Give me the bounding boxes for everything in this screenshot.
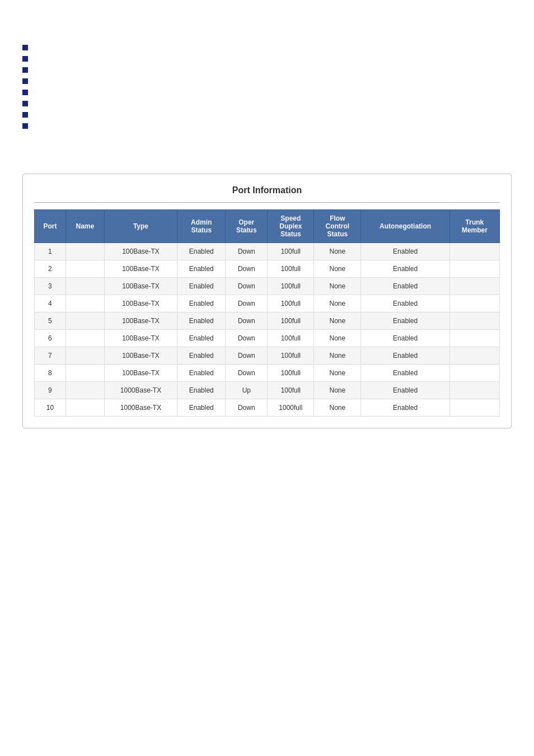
cell-speed_duplex_status: 100full bbox=[268, 295, 314, 312]
cell-type: 100Base-TX bbox=[104, 365, 177, 382]
cell-type: 100Base-TX bbox=[104, 347, 177, 365]
cell-oper_status: Down bbox=[226, 330, 268, 347]
list-item bbox=[22, 112, 512, 118]
cell-admin_status: Enabled bbox=[177, 330, 226, 347]
cell-trunk_member bbox=[449, 382, 499, 399]
list-item bbox=[22, 45, 512, 50]
cell-port: 9 bbox=[35, 382, 66, 399]
cell-autonegotiation: Enabled bbox=[361, 243, 449, 260]
column-header-oper-status: OperStatus bbox=[226, 210, 268, 243]
bullet-square-icon bbox=[22, 56, 28, 62]
cell-oper_status: Down bbox=[226, 295, 268, 312]
column-header-name: Name bbox=[65, 210, 104, 243]
list-item bbox=[22, 123, 512, 129]
cell-flow_control_status: None bbox=[314, 382, 361, 399]
list-item bbox=[22, 67, 512, 73]
column-header-admin-status: AdminStatus bbox=[177, 210, 226, 243]
table-row: 6100Base-TXEnabledDown100fullNoneEnabled bbox=[35, 330, 500, 347]
cell-type: 1000Base-TX bbox=[104, 382, 177, 399]
cell-speed_duplex_status: 100full bbox=[268, 312, 314, 330]
list-item bbox=[22, 90, 512, 95]
table-row: 8100Base-TXEnabledDown100fullNoneEnabled bbox=[35, 365, 500, 382]
table-header-row: Port Name Type AdminStatus OperStatus Sp… bbox=[35, 210, 500, 243]
cell-speed_duplex_status: 100full bbox=[268, 243, 314, 260]
cell-port: 4 bbox=[35, 295, 66, 312]
cell-flow_control_status: None bbox=[314, 347, 361, 365]
list-item bbox=[22, 78, 512, 84]
cell-flow_control_status: None bbox=[314, 330, 361, 347]
cell-admin_status: Enabled bbox=[177, 382, 226, 399]
list-item bbox=[22, 101, 512, 106]
list-item bbox=[22, 56, 512, 62]
cell-trunk_member bbox=[449, 330, 499, 347]
page-container: Port Information Port Name Type AdminSta… bbox=[0, 0, 534, 451]
title-divider bbox=[34, 202, 500, 203]
cell-speed_duplex_status: 100full bbox=[268, 330, 314, 347]
cell-name bbox=[65, 365, 104, 382]
bullet-square-icon bbox=[22, 78, 28, 84]
cell-speed_duplex_status: 1000full bbox=[268, 399, 314, 417]
cell-type: 100Base-TX bbox=[104, 278, 177, 295]
cell-flow_control_status: None bbox=[314, 365, 361, 382]
bullet-square-icon bbox=[22, 90, 28, 95]
cell-autonegotiation: Enabled bbox=[361, 399, 449, 417]
table-row: 4100Base-TXEnabledDown100fullNoneEnabled bbox=[35, 295, 500, 312]
table-row: 101000Base-TXEnabledDown1000fullNoneEnab… bbox=[35, 399, 500, 417]
cell-name bbox=[65, 382, 104, 399]
column-header-port: Port bbox=[35, 210, 66, 243]
cell-type: 100Base-TX bbox=[104, 295, 177, 312]
cell-autonegotiation: Enabled bbox=[361, 330, 449, 347]
cell-trunk_member bbox=[449, 312, 499, 330]
cell-admin_status: Enabled bbox=[177, 278, 226, 295]
column-header-speed-duplex: SpeedDuplexStatus bbox=[268, 210, 314, 243]
cell-autonegotiation: Enabled bbox=[361, 278, 449, 295]
cell-flow_control_status: None bbox=[314, 278, 361, 295]
column-header-flow-control: FlowControlStatus bbox=[314, 210, 361, 243]
table-row: 3100Base-TXEnabledDown100fullNoneEnabled bbox=[35, 278, 500, 295]
cell-autonegotiation: Enabled bbox=[361, 260, 449, 278]
cell-admin_status: Enabled bbox=[177, 260, 226, 278]
cell-oper_status: Down bbox=[226, 399, 268, 417]
cell-port: 7 bbox=[35, 347, 66, 365]
cell-speed_duplex_status: 100full bbox=[268, 365, 314, 382]
cell-speed_duplex_status: 100full bbox=[268, 347, 314, 365]
table-row: 2100Base-TXEnabledDown100fullNoneEnabled bbox=[35, 260, 500, 278]
cell-autonegotiation: Enabled bbox=[361, 365, 449, 382]
port-table: Port Name Type AdminStatus OperStatus Sp… bbox=[34, 209, 500, 417]
cell-admin_status: Enabled bbox=[177, 399, 226, 417]
cell-port: 6 bbox=[35, 330, 66, 347]
cell-autonegotiation: Enabled bbox=[361, 347, 449, 365]
bullet-square-icon bbox=[22, 101, 28, 106]
cell-speed_duplex_status: 100full bbox=[268, 382, 314, 399]
cell-flow_control_status: None bbox=[314, 312, 361, 330]
cell-flow_control_status: None bbox=[314, 295, 361, 312]
cell-oper_status: Down bbox=[226, 347, 268, 365]
cell-port: 5 bbox=[35, 312, 66, 330]
cell-trunk_member bbox=[449, 347, 499, 365]
bullet-square-icon bbox=[22, 123, 28, 129]
cell-trunk_member bbox=[449, 278, 499, 295]
table-row: 7100Base-TXEnabledDown100fullNoneEnabled bbox=[35, 347, 500, 365]
cell-oper_status: Down bbox=[226, 312, 268, 330]
cell-flow_control_status: None bbox=[314, 260, 361, 278]
cell-type: 100Base-TX bbox=[104, 312, 177, 330]
cell-oper_status: Down bbox=[226, 260, 268, 278]
port-information-title: Port Information bbox=[34, 185, 500, 195]
cell-autonegotiation: Enabled bbox=[361, 312, 449, 330]
cell-name bbox=[65, 278, 104, 295]
table-row: 91000Base-TXEnabledUp100fullNoneEnabled bbox=[35, 382, 500, 399]
cell-port: 10 bbox=[35, 399, 66, 417]
cell-name bbox=[65, 260, 104, 278]
table-row: 5100Base-TXEnabledDown100fullNoneEnabled bbox=[35, 312, 500, 330]
bullet-square-icon bbox=[22, 112, 28, 118]
cell-speed_duplex_status: 100full bbox=[268, 278, 314, 295]
cell-admin_status: Enabled bbox=[177, 243, 226, 260]
cell-admin_status: Enabled bbox=[177, 347, 226, 365]
cell-autonegotiation: Enabled bbox=[361, 382, 449, 399]
cell-trunk_member bbox=[449, 260, 499, 278]
cell-admin_status: Enabled bbox=[177, 365, 226, 382]
cell-oper_status: Down bbox=[226, 278, 268, 295]
column-header-trunk-member: TrunkMember bbox=[449, 210, 499, 243]
cell-type: 100Base-TX bbox=[104, 260, 177, 278]
cell-speed_duplex_status: 100full bbox=[268, 260, 314, 278]
